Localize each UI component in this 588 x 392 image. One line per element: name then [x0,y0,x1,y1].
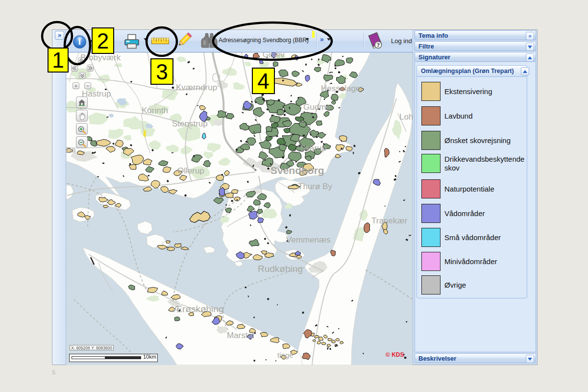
svg-text:Brobyværk: Brobyværk [80,53,121,62]
svg-text:Gislev: Gislev [263,52,284,59]
svg-text:Korinth: Korinth [142,106,168,115]
svg-text:Gudme: Gudme [303,102,331,112]
svg-text:?: ? [377,42,380,49]
svg-text:Loh: Loh [399,112,413,122]
svg-text:Hesselager: Hesselager [321,84,363,93]
svg-text:Tranekær: Tranekær [371,216,407,225]
svg-text:Rudkøbing: Rudkøbing [258,264,303,274]
svg-text:Stenstrup: Stenstrup [172,119,208,128]
svg-text:Do: Do [66,146,75,154]
svg-text:Svendborg: Svendborg [270,165,324,176]
svg-text:Ollerup: Ollerup [177,166,204,175]
svg-text:tinge: tinge [277,351,294,359]
svg-text:Skårup: Skårup [300,144,326,153]
svg-text:Ærøskøbing: Ærøskøbing [173,304,223,314]
svg-text:Marstal: Marstal [227,331,254,340]
svg-text:Thurø By: Thurø By [298,182,332,191]
svg-text:Kværndrup: Kværndrup [176,83,217,92]
svg-text:Vemmenæs: Vemmenæs [286,235,331,245]
